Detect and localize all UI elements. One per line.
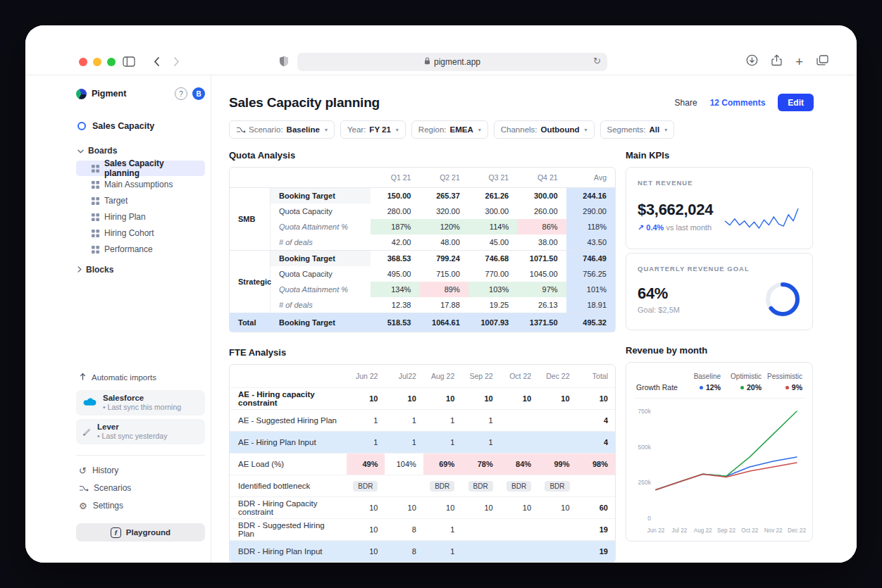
cell[interactable]: 770.00: [468, 266, 517, 282]
cell[interactable]: 150.00: [371, 188, 419, 204]
cell[interactable]: 19.25: [468, 297, 517, 313]
cell[interactable]: 10: [347, 387, 385, 409]
cell[interactable]: 1: [461, 431, 499, 453]
cell[interactable]: 114%: [468, 219, 517, 234]
edit-button[interactable]: Edit: [778, 94, 814, 111]
cell[interactable]: 280.00: [371, 204, 419, 219]
cell[interactable]: 99%: [538, 453, 576, 475]
cell[interactable]: 10: [347, 540, 385, 562]
minimize-button[interactable]: [93, 58, 101, 66]
cell[interactable]: 10: [423, 387, 461, 409]
cell[interactable]: 98%: [577, 453, 615, 475]
sidebar-item-scenarios[interactable]: Scenarios: [76, 480, 205, 496]
cell[interactable]: 134%: [371, 282, 419, 297]
cell[interactable]: 495.32: [566, 313, 615, 332]
cell[interactable]: 4: [577, 409, 615, 431]
cell[interactable]: 10: [461, 387, 499, 409]
blocks-section-toggle[interactable]: Blocks: [76, 262, 205, 277]
cell[interactable]: 10: [347, 496, 385, 518]
playground-button[interactable]: f Playground: [76, 523, 205, 542]
zoom-button[interactable]: [107, 58, 116, 66]
cell[interactable]: 1: [347, 431, 385, 453]
cell[interactable]: 60: [577, 496, 615, 518]
cell[interactable]: [461, 518, 499, 540]
cell[interactable]: 43.50: [566, 234, 615, 250]
automatic-imports-button[interactable]: Automatic imports: [76, 370, 205, 384]
share-icon[interactable]: [771, 54, 782, 69]
cell[interactable]: 104%: [385, 453, 423, 475]
cell[interactable]: 368.53: [371, 250, 419, 266]
cell[interactable]: 103%: [468, 282, 517, 297]
cell[interactable]: 746.68: [468, 250, 517, 266]
cell[interactable]: 120%: [419, 219, 468, 234]
cell[interactable]: 1071.50: [517, 250, 566, 266]
cell[interactable]: 86%: [517, 219, 566, 234]
cell[interactable]: 19: [577, 540, 615, 562]
cell[interactable]: 8: [385, 518, 423, 540]
cell[interactable]: [500, 540, 538, 562]
back-button[interactable]: [153, 56, 161, 70]
avatar[interactable]: B: [192, 87, 205, 100]
cell[interactable]: 1: [423, 518, 461, 540]
cell[interactable]: 38.00: [517, 234, 566, 250]
cell[interactable]: 42.00: [371, 234, 419, 250]
address-bar[interactable]: pigment.app ↻: [297, 53, 607, 71]
integration-lever[interactable]: Lever• Last sync yesterday: [76, 419, 205, 444]
comments-button[interactable]: 12 Comments: [710, 98, 766, 108]
forward-button[interactable]: [173, 56, 180, 70]
cell[interactable]: 69%: [423, 453, 461, 475]
cell[interactable]: BDR: [423, 475, 461, 496]
cell[interactable]: 187%: [371, 219, 419, 234]
sidebar-item-target[interactable]: Target: [76, 193, 205, 208]
cell[interactable]: 10: [500, 387, 538, 409]
cell[interactable]: 1: [385, 431, 423, 453]
cell[interactable]: 18.91: [566, 297, 615, 313]
cell[interactable]: 756.25: [566, 266, 615, 282]
help-icon[interactable]: ?: [175, 87, 187, 100]
cell[interactable]: 118%: [566, 219, 615, 234]
cell[interactable]: [538, 409, 576, 431]
cell[interactable]: 1: [385, 409, 423, 431]
cell[interactable]: 1: [423, 409, 461, 431]
cell[interactable]: 101%: [566, 282, 615, 297]
cell[interactable]: 26.13: [517, 297, 566, 313]
cell[interactable]: 78%: [461, 453, 499, 475]
cell[interactable]: 1064.61: [419, 313, 468, 332]
cell[interactable]: 300.00: [517, 188, 566, 204]
cell[interactable]: 1: [461, 409, 499, 431]
cell[interactable]: 12.38: [371, 297, 419, 313]
cell[interactable]: 89%: [419, 282, 468, 297]
cell[interactable]: [461, 540, 499, 562]
sidebar-item-settings[interactable]: ⚙Settings: [76, 497, 205, 514]
cell[interactable]: [538, 540, 576, 562]
cell[interactable]: [385, 475, 423, 496]
sidebar-item-history[interactable]: ↺History: [76, 462, 205, 479]
privacy-shield-icon[interactable]: [279, 56, 289, 70]
tab-overview-icon[interactable]: [816, 55, 828, 68]
cell[interactable]: 260.00: [517, 204, 566, 219]
cell[interactable]: 290.00: [566, 204, 615, 219]
cell[interactable]: [538, 431, 576, 453]
cell[interactable]: 320.00: [419, 204, 468, 219]
cell[interactable]: 10: [385, 496, 423, 518]
cell[interactable]: BDR: [347, 475, 385, 496]
cell[interactable]: 10: [347, 518, 385, 540]
cell[interactable]: 1045.00: [517, 266, 566, 282]
cell[interactable]: [538, 518, 576, 540]
close-button[interactable]: [79, 58, 87, 66]
filter-region[interactable]: Region:EMEA▾: [411, 120, 488, 139]
cell[interactable]: 84%: [500, 453, 538, 475]
cell[interactable]: [577, 475, 615, 496]
cell[interactable]: 10: [385, 387, 423, 409]
cell[interactable]: 97%: [517, 282, 566, 297]
cell[interactable]: 10: [423, 496, 461, 518]
cell[interactable]: 265.37: [419, 188, 468, 204]
boards-section-toggle[interactable]: Boards: [76, 143, 205, 158]
cell[interactable]: [500, 518, 538, 540]
filter-scenario[interactable]: Scenario:Baseline▾: [229, 120, 335, 139]
sidebar-item-main-assumptions[interactable]: Main Assumptions: [76, 177, 205, 192]
cell[interactable]: 715.00: [419, 266, 468, 282]
cell[interactable]: 10: [461, 496, 499, 518]
cell[interactable]: 261.26: [468, 188, 517, 204]
cell[interactable]: 4: [577, 431, 615, 453]
